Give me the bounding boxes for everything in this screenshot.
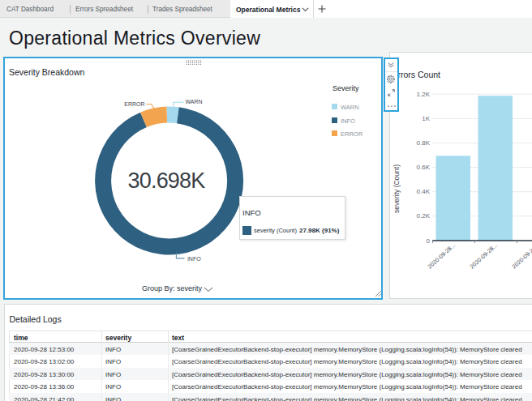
svg-text:1.2K: 1.2K <box>417 91 431 98</box>
svg-text:2020-09-28...: 2020-09-28... <box>468 241 499 270</box>
svg-text:severity (Count): severity (Count) <box>393 164 401 213</box>
svg-text:0.2K: 0.2K <box>417 212 431 220</box>
svg-text:1K: 1K <box>422 115 430 122</box>
svg-text:2020-09-28...: 2020-09-28... <box>426 241 457 270</box>
svg-text:0: 0 <box>427 237 431 245</box>
svg-text:2020-09-2...: 2020-09-2... <box>510 244 532 271</box>
svg-text:0.8K: 0.8K <box>417 139 431 147</box>
svg-text:0.6K: 0.6K <box>417 164 431 171</box>
svg-text:0.4K: 0.4K <box>417 188 431 195</box>
